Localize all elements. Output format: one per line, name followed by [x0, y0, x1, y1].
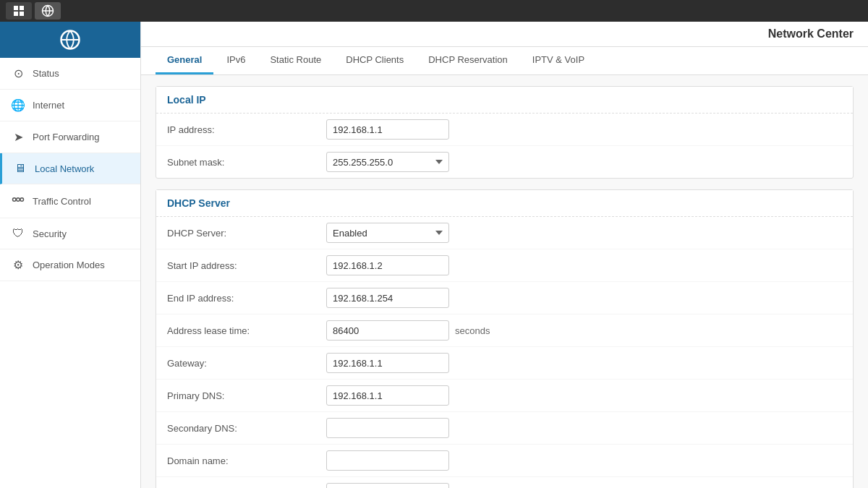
forward-dns-row: Forward known DNS server: Disabled Enabl… [156, 477, 853, 488]
local-network-icon: 🖥 [13, 162, 27, 175]
page-title: Network Center [768, 27, 854, 40]
sidebar-item-status-label: Status [33, 68, 59, 79]
primary-dns-row: Primary DNS: [156, 380, 853, 412]
sidebar-item-internet-label: Internet [33, 100, 64, 111]
dhcp-server-label: DHCP Server: [167, 228, 326, 239]
secondary-dns-input[interactable] [326, 418, 449, 438]
sidebar-item-security-label: Security [33, 228, 67, 239]
port-forwarding-icon: ➤ [11, 130, 25, 144]
sidebar-item-operation-modes[interactable]: ⚙ Operation Modes [0, 249, 140, 281]
sidebar-item-security[interactable]: 🛡 Security [0, 218, 140, 249]
svg-point-6 [13, 198, 17, 202]
tab-ipv6[interactable]: IPv6 [215, 47, 257, 74]
start-ip-input[interactable] [326, 255, 449, 275]
apps-icon[interactable] [6, 2, 32, 20]
svg-rect-1 [20, 6, 24, 10]
tab-dhcp-reservation[interactable]: DHCP Reservation [417, 47, 519, 74]
sidebar-item-local-network-label: Local Network [35, 163, 94, 174]
main-header: Network Center [141, 22, 868, 47]
svg-point-7 [17, 198, 20, 202]
svg-point-8 [20, 198, 24, 202]
svg-rect-0 [14, 6, 18, 10]
network-icon[interactable] [35, 2, 61, 20]
domain-name-row: Domain name: [156, 445, 853, 477]
sidebar-item-traffic-control[interactable]: Traffic Control [0, 184, 140, 218]
gateway-input[interactable] [326, 353, 449, 373]
dhcp-server-row: DHCP Server: Enabled Disabled [156, 217, 853, 249]
primary-dns-label: Primary DNS: [167, 390, 326, 401]
start-ip-row: Start IP address: [156, 249, 853, 282]
domain-name-input[interactable] [326, 450, 449, 471]
internet-icon: 🌐 [11, 98, 25, 112]
security-icon: 🛡 [11, 227, 25, 240]
dhcp-server-title: DHCP Server [156, 190, 853, 217]
tab-static-route[interactable]: Static Route [258, 47, 333, 74]
layout: ⊙ Status 🌐 Internet ➤ Port Forwarding 🖥 … [0, 22, 868, 488]
sidebar-item-traffic-control-label: Traffic Control [33, 196, 91, 207]
sidebar-item-internet[interactable]: 🌐 Internet [0, 90, 140, 121]
topbar [0, 0, 868, 22]
start-ip-label: Start IP address: [167, 260, 326, 271]
primary-dns-input[interactable] [326, 385, 449, 406]
lease-time-label: Address lease time: [167, 325, 326, 336]
tabs-bar: General IPv6 Static Route DHCP Clients D… [141, 47, 868, 75]
tab-general[interactable]: General [156, 47, 213, 74]
sidebar-item-port-forwarding[interactable]: ➤ Port Forwarding [0, 121, 140, 153]
end-ip-row: End IP address: [156, 282, 853, 314]
operation-modes-icon: ⚙ [11, 258, 25, 272]
end-ip-label: End IP address: [167, 293, 326, 304]
lease-time-row: Address lease time: seconds [156, 314, 853, 347]
dhcp-server-select[interactable]: Enabled Disabled [326, 223, 449, 243]
lease-time-suffix: seconds [455, 325, 490, 336]
svg-rect-3 [20, 12, 24, 16]
svg-rect-2 [14, 12, 18, 16]
ip-address-row: IP address: [156, 114, 853, 146]
subnet-mask-row: Subnet mask: 255.255.255.0 255.255.0.0 2… [156, 146, 853, 178]
end-ip-input[interactable] [326, 288, 449, 308]
ip-address-input[interactable] [326, 119, 449, 140]
sidebar: ⊙ Status 🌐 Internet ➤ Port Forwarding 🖥 … [0, 22, 141, 488]
secondary-dns-label: Secondary DNS: [167, 423, 326, 434]
forward-dns-select[interactable]: Disabled Enabled [326, 483, 449, 488]
dhcp-server-section: DHCP Server DHCP Server: Enabled Disable… [156, 189, 854, 488]
local-ip-title: Local IP [156, 87, 853, 114]
sidebar-item-port-forwarding-label: Port Forwarding [33, 132, 99, 142]
gateway-row: Gateway: [156, 347, 853, 380]
subnet-mask-label: Subnet mask: [167, 157, 326, 168]
local-ip-section: Local IP IP address: Subnet mask: 255.25… [156, 86, 854, 179]
ip-address-label: IP address: [167, 124, 326, 135]
lease-time-input[interactable] [326, 320, 449, 341]
sidebar-item-status[interactable]: ⊙ Status [0, 58, 140, 90]
tab-dhcp-clients[interactable]: DHCP Clients [334, 47, 415, 74]
status-icon: ⊙ [11, 67, 25, 80]
gateway-label: Gateway: [167, 358, 326, 369]
traffic-control-icon [11, 193, 25, 209]
sidebar-logo [0, 22, 140, 58]
tab-iptv-voip[interactable]: IPTV & VoIP [521, 47, 596, 74]
sidebar-item-operation-modes-label: Operation Modes [33, 260, 105, 270]
main-content: General IPv6 Static Route DHCP Clients D… [141, 47, 868, 488]
main: Network Center General IPv6 Static Route… [141, 22, 868, 488]
subnet-mask-select[interactable]: 255.255.255.0 255.255.0.0 255.0.0.0 [326, 152, 449, 172]
sidebar-item-local-network[interactable]: 🖥 Local Network [0, 153, 140, 184]
secondary-dns-row: Secondary DNS: [156, 412, 853, 445]
domain-name-label: Domain name: [167, 455, 326, 466]
